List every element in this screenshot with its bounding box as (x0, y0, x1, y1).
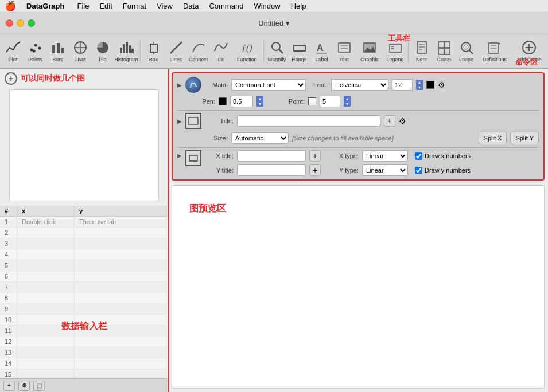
svg-rect-6 (61, 48, 64, 53)
table-row[interactable]: 5 (0, 260, 168, 271)
menubar-format[interactable]: Format (118, 1, 151, 11)
title-expand-button[interactable]: ▶ (177, 118, 182, 124)
table-row[interactable]: 6 (0, 271, 168, 282)
size-select[interactable]: Automatic (231, 132, 289, 144)
menubar-file[interactable]: File (72, 1, 94, 11)
toolbar-loupe[interactable]: Loupe (456, 36, 477, 66)
draw-x-checkbox[interactable] (415, 152, 422, 160)
toolbar-range[interactable]: Range (289, 36, 310, 66)
toolbar-box[interactable]: Box (143, 36, 164, 66)
point-size-input[interactable] (320, 96, 340, 107)
table-row[interactable]: 8 (0, 293, 168, 304)
toolbar-connect[interactable]: Connect (188, 36, 209, 66)
main-gear-button[interactable]: ⚙ (438, 80, 445, 89)
main-expand-button[interactable]: ▶ (177, 82, 182, 88)
menubar-view[interactable]: View (152, 1, 177, 11)
axes-expand-button[interactable]: ▶ (177, 152, 182, 159)
toolbar-points-label: Points (28, 57, 42, 62)
cell-y (75, 249, 168, 260)
pen-size-down[interactable]: ▼ (256, 101, 263, 107)
split-x-button[interactable]: Split X (479, 132, 507, 144)
add-graph-small-button[interactable]: + (5, 72, 17, 85)
toolbar-label[interactable]: A Label (311, 36, 332, 66)
table-row[interactable]: 14 (0, 358, 168, 369)
toolbar-pie[interactable]: Pie (92, 36, 113, 66)
font-select[interactable]: Helvetica (331, 79, 388, 91)
table-row[interactable]: 4 (0, 249, 168, 260)
toolbar-function[interactable]: ƒ() Function (232, 36, 261, 66)
toolbar-points[interactable]: Points (25, 36, 46, 66)
table-export-button[interactable]: ⬚ (33, 381, 45, 391)
table-row[interactable]: 3 (0, 238, 168, 249)
close-button[interactable] (6, 19, 13, 27)
table-bottom-bar: + ⚙ ⬚ (0, 378, 168, 392)
toolbar-text[interactable]: Text (333, 36, 355, 66)
toolbar-legend[interactable]: Legend (384, 36, 406, 66)
minimize-button[interactable] (17, 19, 24, 27)
table-row[interactable]: 7 (0, 282, 168, 293)
font-label: Font: (309, 81, 328, 88)
split-y-button[interactable]: Split Y (510, 132, 539, 144)
pen-color-swatch[interactable] (219, 97, 227, 105)
menubar-datagraph[interactable]: DataGraph (22, 1, 69, 11)
pen-size-up[interactable]: ▲ (256, 96, 263, 101)
cell-y-1: Then use tab (75, 217, 168, 227)
menubar-edit[interactable]: Edit (95, 1, 116, 11)
x-title-input[interactable] (237, 150, 306, 162)
toolbar-lines[interactable]: Lines (165, 36, 186, 66)
apple-menu[interactable]: 🍎 (5, 1, 16, 11)
point-size-stepper[interactable]: ▲ ▼ (344, 96, 351, 107)
point-size-up[interactable]: ▲ (344, 96, 351, 101)
toolbar-definitions[interactable]: Definitions (478, 36, 511, 66)
table-row[interactable]: 13 (0, 347, 168, 358)
pen-size-input[interactable] (230, 96, 253, 107)
font-size-up[interactable]: ▲ (416, 80, 423, 85)
toolbar-note[interactable]: Note (411, 36, 432, 66)
font-size-input[interactable] (392, 79, 413, 91)
toolbar-graphic[interactable]: Graphic (356, 36, 383, 66)
font-size-down[interactable]: ▼ (416, 85, 423, 90)
menubar-help[interactable]: Help (286, 1, 311, 11)
command-main-row: ▶ Main: Common Font Font: Helvetica ▲ ▼ (177, 77, 539, 93)
menubar-command[interactable]: Command (204, 1, 248, 11)
table-settings-button[interactable]: ⚙ (18, 381, 30, 391)
toolbar-bars[interactable]: Bars (47, 36, 68, 66)
table-row[interactable]: 1 Double click Then use tab (0, 217, 168, 228)
svg-rect-13 (129, 45, 131, 53)
pen-size-stepper[interactable]: ▲ ▼ (256, 96, 263, 107)
x-type-select[interactable]: Linear (362, 150, 408, 162)
point-color-swatch[interactable] (308, 97, 316, 105)
maximize-button[interactable] (28, 19, 35, 27)
y-title-add-button[interactable]: + (309, 164, 321, 176)
title-input[interactable] (237, 115, 380, 127)
graph-thumbnail[interactable] (9, 89, 159, 201)
toolbar-group[interactable]: Group (433, 36, 454, 66)
font-size-stepper[interactable]: ▲ ▼ (416, 80, 423, 90)
y-title-label: Y title: (205, 167, 234, 174)
toolbar-add-graph[interactable]: Add Graph (512, 36, 546, 66)
draw-y-checkbox[interactable] (415, 167, 422, 174)
title-gear-button[interactable]: ⚙ (399, 116, 406, 126)
table-row[interactable]: 2 (0, 228, 168, 238)
title-add-button[interactable]: + (384, 115, 395, 127)
cell-num: 13 (0, 347, 17, 358)
table-row[interactable]: 9 (0, 304, 168, 315)
main-font-dropdown[interactable]: Common Font (231, 79, 306, 91)
menubar-data[interactable]: Data (178, 1, 203, 11)
toolbar-histogram[interactable]: Histogram (114, 36, 138, 66)
menubar-window[interactable]: Window (249, 1, 285, 11)
point-size-down[interactable]: ▼ (344, 101, 351, 107)
y-title-input[interactable] (237, 164, 306, 176)
point-label: Point: (284, 98, 305, 105)
toolbar-pivot[interactable]: Pivot (69, 36, 91, 66)
y-type-select[interactable]: Linear (362, 164, 408, 176)
table-row[interactable]: 12 (0, 336, 168, 347)
toolbar-fit[interactable]: Fit (210, 36, 231, 66)
table-row[interactable]: 15 (0, 369, 168, 378)
table-add-row-button[interactable]: + (3, 381, 15, 391)
font-color-swatch[interactable] (426, 81, 434, 89)
toolbar-magnify[interactable]: Magnify (266, 36, 287, 66)
svg-rect-12 (126, 42, 128, 53)
toolbar-plot[interactable]: Plot (2, 36, 24, 66)
x-title-add-button[interactable]: + (309, 150, 321, 162)
